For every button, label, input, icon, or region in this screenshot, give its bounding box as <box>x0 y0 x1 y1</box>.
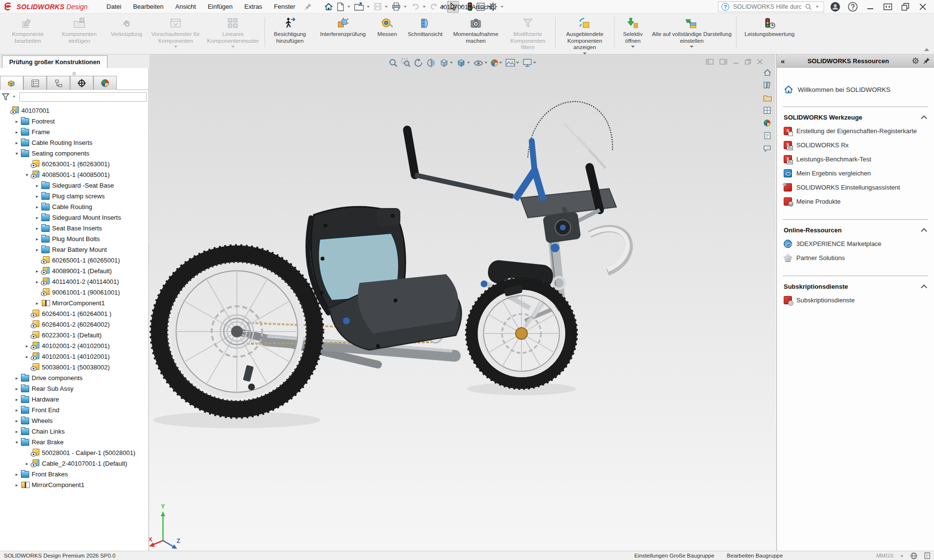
tab-large-design-review[interactable]: Prüfung großer Konstruktionen <box>2 55 108 68</box>
view-settings-icon[interactable] <box>522 58 536 67</box>
ribbon-snapshot[interactable]: Momentaufnahme machen <box>449 16 502 45</box>
tree-expand-arrow[interactable]: ▸ <box>13 140 20 145</box>
appearance-caret[interactable] <box>499 62 502 64</box>
ribbon-filter-modified[interactable]: Modifizierte Komponenten filtern <box>503 16 553 52</box>
undo-caret[interactable] <box>423 6 426 8</box>
search-scope-caret[interactable] <box>816 6 819 8</box>
tree-item[interactable]: ▸ MirrorComponent1 <box>0 479 149 490</box>
tree-expand-arrow[interactable]: ▸ <box>34 193 41 199</box>
tree-item[interactable]: ▾ 40085001-1 (40085001) <box>0 169 149 180</box>
tree-expand-arrow[interactable]: ▸ <box>34 215 41 220</box>
tree-item[interactable]: 60264001-1 (60264001 ) <box>0 308 149 319</box>
undo-button[interactable] <box>409 2 421 12</box>
tree-item[interactable]: ▸ Footrest <box>0 116 149 126</box>
tree-expand-arrow[interactable]: ▸ <box>13 386 20 391</box>
task-pane-item[interactable]: Leistungs-Benchmark-Test <box>783 152 928 166</box>
doc-minimize-icon[interactable] <box>733 59 739 65</box>
filter-caret[interactable] <box>13 96 16 98</box>
doc-previous-window-icon[interactable] <box>706 58 714 65</box>
tree-item[interactable]: ▸ Cable_2-40107001-1 (Default) <box>0 458 149 469</box>
ribbon-edit-component[interactable]: Komponente bearbeiten <box>2 16 53 45</box>
tree-item[interactable]: ▾ Rear Brake <box>0 437 149 447</box>
doc-restore-icon[interactable] <box>745 59 751 65</box>
tree-item[interactable]: ▸ Hardware <box>0 394 149 404</box>
tree-item[interactable]: ▸ Plug clamp screws <box>0 191 149 201</box>
new-document-caret[interactable] <box>347 6 350 8</box>
fullscreen-button[interactable] <box>881 1 894 13</box>
menu-item[interactable]: Bearbeiten <box>127 1 169 12</box>
tree-item[interactable]: ▸ 40114001-2 (40114001) <box>0 276 149 287</box>
home-button[interactable] <box>323 1 335 12</box>
tree-expand-arrow[interactable]: ▸ <box>34 300 41 306</box>
status-units[interactable]: MMGS <box>876 553 894 559</box>
task-pane-item[interactable]: SOLIDWORKS Einstellungsassistent <box>783 180 928 194</box>
tree-expand-arrow[interactable]: ▸ <box>34 183 41 188</box>
ribbon-set-resolved[interactable]: Alle auf vollständige Darstellung einste… <box>650 16 734 49</box>
tree-item[interactable]: ▸ Rear Sub Assy <box>0 383 149 394</box>
tab-display-manager[interactable] <box>93 76 117 90</box>
tree-item[interactable]: ▾ Seating components <box>0 148 149 158</box>
view-orientation-icon[interactable] <box>439 58 453 68</box>
tree-item[interactable]: ▸ Wheels <box>0 415 149 426</box>
tree-item[interactable]: ▸ Front Brakes <box>0 469 149 479</box>
menu-item[interactable]: Einfügen <box>202 1 238 12</box>
tree-expand-arrow[interactable]: ▸ <box>13 407 20 413</box>
display-style-caret[interactable] <box>467 62 470 64</box>
section-header-online[interactable]: Online-Ressourcen <box>784 227 927 234</box>
tab-custom-properties-icon[interactable] <box>763 131 772 140</box>
tree-item[interactable]: 60265001-1 (60265001) <box>0 255 149 265</box>
tree-expand-arrow[interactable]: ▸ <box>34 204 41 210</box>
task-pane-item[interactable]: Meine Produkte <box>783 194 928 209</box>
options-list-button[interactable] <box>475 1 486 12</box>
tab-configuration-manager[interactable] <box>47 76 70 90</box>
tree-expand-arrow[interactable]: ▸ <box>13 375 20 381</box>
save-caret[interactable] <box>385 6 388 8</box>
redo-button[interactable] <box>428 2 440 12</box>
tree-item[interactable]: 60264001-2 (60264002) <box>0 319 149 330</box>
task-pane-item[interactable]: Partner Solutions <box>783 251 928 265</box>
task-pane-item[interactable]: Mein Ergebnis vergleichen <box>783 166 928 180</box>
settings-caret[interactable] <box>501 6 503 8</box>
tab-home-icon[interactable] <box>763 68 772 77</box>
tree-item[interactable]: ▸ 40089001-1 (Default) <box>0 265 149 276</box>
save-button[interactable] <box>372 1 383 12</box>
graphics-area[interactable]: Y X Z <box>149 54 775 551</box>
set-resolved-caret[interactable] <box>690 46 694 48</box>
new-document-button[interactable] <box>335 1 346 12</box>
ribbon-selective-open[interactable]: Selektiv öffnen <box>617 16 649 49</box>
tree-item[interactable]: 50038001-1 (50038002) <box>0 362 149 372</box>
tree-item[interactable]: ▸ Front End <box>0 404 149 415</box>
status-globe-icon[interactable] <box>910 552 917 560</box>
tree-item[interactable]: 50028001 - Caliper-1 (50028001) <box>0 447 149 458</box>
task-pane-pin-icon[interactable] <box>923 57 930 64</box>
hide-show-items-icon[interactable] <box>473 58 487 68</box>
ribbon-interference-check[interactable]: Interferenzprüfung <box>313 16 373 39</box>
open-document-button[interactable] <box>353 1 365 12</box>
ribbon-insert-components[interactable]: Komponenten einfügen <box>54 16 105 45</box>
close-button[interactable] <box>916 1 929 13</box>
help-icon[interactable] <box>846 1 859 13</box>
tree-item[interactable]: ▸ Seat Base Inserts <box>0 223 149 233</box>
rebuild-button[interactable] <box>466 1 474 12</box>
panel-splitter-handle[interactable] <box>72 72 76 75</box>
tree-item[interactable]: ▸ Frame <box>0 126 149 137</box>
selective-open-caret[interactable] <box>631 46 635 48</box>
status-mode-settings[interactable]: Einstellungen Große Baugruppe <box>634 553 714 559</box>
restore-button[interactable] <box>899 1 912 13</box>
tree-item[interactable]: ▸ Cable Routing <box>0 201 149 212</box>
tree-item[interactable]: ▸ Rear Battery Mount <box>0 244 149 255</box>
menu-item[interactable]: Extras <box>239 1 268 12</box>
tree-expand-arrow[interactable]: ▸ <box>13 418 20 423</box>
task-pane-item[interactable]: Erstellung der Eigenschaften-Registerkar… <box>783 124 928 138</box>
view-settings-caret[interactable] <box>533 62 536 64</box>
tree-expand-arrow[interactable]: ▸ <box>34 236 41 242</box>
tree-expand-arrow[interactable]: ▾ <box>13 439 20 445</box>
section-view-icon[interactable] <box>427 58 436 68</box>
ribbon-section-view[interactable]: Schnittansicht <box>402 16 449 39</box>
ribbon-mate[interactable]: Verknüpfung <box>106 16 147 39</box>
status-mode-editing[interactable]: Bearbeiten Baugruppe <box>727 553 783 559</box>
tree-item[interactable]: 60223001-1 (Default) <box>0 330 149 340</box>
welcome-link[interactable]: Willkommen bei SOLIDWORKS <box>784 85 927 94</box>
tab-property-manager[interactable] <box>23 76 47 90</box>
hide-show-caret[interactable] <box>485 62 487 64</box>
